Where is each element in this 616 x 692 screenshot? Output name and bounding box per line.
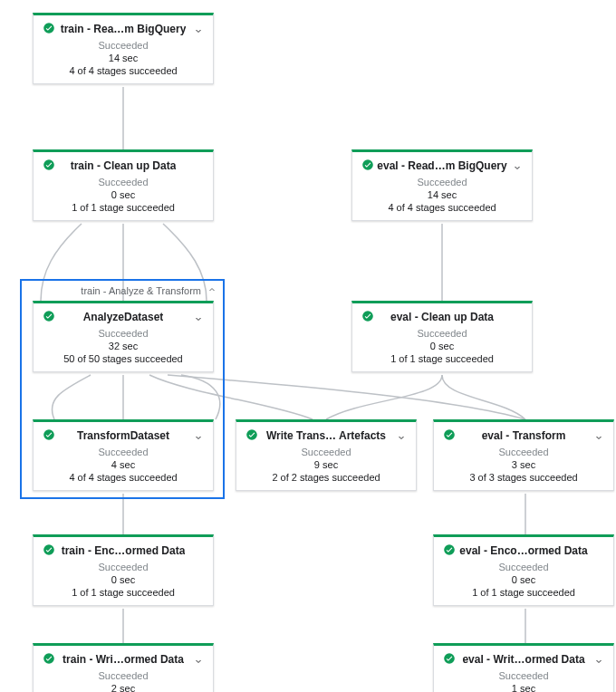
node-status: Succeeded (43, 177, 204, 187)
chevron-down-icon[interactable] (193, 430, 204, 447)
node-eval-clean-up-data[interactable]: eval - Clean up Data Succeeded 0 sec 1 o… (351, 301, 533, 372)
node-duration: 32 sec (43, 341, 204, 351)
svg-point-5 (43, 429, 54, 440)
node-duration: 9 sec (245, 459, 407, 470)
svg-point-10 (43, 653, 54, 664)
node-stages: 3 of 3 stages succeeded (443, 472, 604, 483)
node-title: Write Trans… Artefacts (266, 429, 386, 442)
node-stages: 1 of 1 stage succeeded (43, 202, 204, 213)
node-transform-dataset[interactable]: TransformDataset Succeeded 4 sec 4 of 4 … (33, 419, 214, 491)
svg-point-1 (43, 159, 54, 170)
check-icon (43, 428, 55, 445)
node-status: Succeeded (43, 40, 204, 51)
svg-point-6 (246, 429, 257, 440)
node-train-read-bigquery[interactable]: train - Rea…m BigQuery Succeeded 14 sec … (33, 13, 214, 84)
node-title: train - Rea…m BigQuery (61, 23, 187, 35)
node-analyze-dataset[interactable]: AnalyzeDataset Succeeded 32 sec 50 of 50… (33, 301, 214, 372)
check-icon (361, 310, 374, 326)
node-duration: 14 sec (43, 53, 204, 63)
node-status: Succeeded (43, 562, 204, 572)
node-stages: 1 of 1 stage succeeded (43, 587, 204, 598)
check-icon (43, 652, 55, 668)
chevron-down-icon[interactable] (512, 160, 523, 177)
node-status: Succeeded (43, 328, 204, 339)
node-eval-read-bigquery[interactable]: eval - Read…m BigQuery Succeeded 14 sec … (351, 149, 533, 221)
svg-point-9 (444, 544, 455, 555)
node-train-encoded-data[interactable]: train - Enc…ormed Data Succeeded 0 sec 1… (33, 534, 214, 606)
chevron-down-icon[interactable] (593, 654, 604, 670)
chevron-down-icon[interactable] (193, 654, 204, 670)
node-title: train - Clean up Data (71, 159, 177, 172)
node-title: TransformDataset (77, 429, 169, 442)
check-icon (443, 543, 456, 560)
svg-point-4 (362, 311, 373, 322)
node-train-clean-up-data[interactable]: train - Clean up Data Succeeded 0 sec 1 … (33, 149, 214, 221)
node-stages: 50 of 50 stages succeeded (43, 353, 204, 364)
node-write-trans-artefacts[interactable]: Write Trans… Artefacts Succeeded 9 sec 2… (236, 419, 417, 491)
check-icon (361, 159, 374, 175)
node-status: Succeeded (43, 670, 204, 681)
node-status: Succeeded (245, 447, 407, 457)
node-duration: 0 sec (443, 574, 604, 585)
node-title: train - Enc…ormed Data (62, 544, 186, 557)
group-label: train - Analyze & Transform (27, 285, 201, 296)
node-title: eval - Enco…ormed Data (459, 544, 587, 557)
svg-point-0 (43, 23, 54, 34)
check-icon (43, 22, 55, 38)
node-duration: 0 sec (361, 341, 523, 351)
node-duration: 3 sec (443, 459, 604, 470)
chevron-down-icon[interactable] (193, 312, 204, 328)
node-title: eval - Read…m BigQuery (377, 159, 506, 172)
check-icon (43, 543, 55, 560)
svg-point-11 (444, 653, 455, 664)
node-duration: 4 sec (43, 459, 204, 470)
chevron-down-icon[interactable] (193, 24, 204, 40)
node-status: Succeeded (443, 670, 604, 681)
node-status: Succeeded (361, 177, 523, 187)
node-eval-write-data[interactable]: eval - Writ…ormed Data Succeeded 1 sec 5… (433, 643, 614, 692)
node-stages: 2 of 2 stages succeeded (245, 472, 407, 483)
node-stages: 1 of 1 stage succeeded (443, 587, 604, 598)
node-status: Succeeded (443, 562, 604, 572)
node-duration: 0 sec (43, 574, 204, 585)
check-icon (43, 159, 55, 175)
check-icon (443, 428, 456, 445)
node-train-write-data[interactable]: train - Wri…ormed Data Succeeded 2 sec 5… (33, 643, 214, 692)
check-icon (443, 652, 456, 668)
svg-point-7 (444, 429, 455, 440)
node-title: eval - Transform (482, 429, 566, 442)
node-duration: 14 sec (361, 189, 523, 200)
svg-point-3 (43, 311, 54, 322)
check-icon (43, 310, 55, 326)
node-eval-transform[interactable]: eval - Transform Succeeded 3 sec 3 of 3 … (433, 419, 614, 491)
node-duration: 2 sec (43, 683, 204, 692)
node-stages: 4 of 4 stages succeeded (43, 472, 204, 483)
chevron-down-icon[interactable] (396, 430, 407, 447)
node-title: eval - Writ…ormed Data (462, 653, 584, 666)
node-stages: 4 of 4 stages succeeded (43, 65, 204, 76)
node-duration: 1 sec (443, 683, 604, 692)
check-icon (245, 428, 258, 445)
node-stages: 1 of 1 stage succeeded (361, 353, 523, 364)
chevron-up-icon[interactable] (207, 284, 217, 297)
node-status: Succeeded (43, 447, 204, 457)
svg-point-8 (43, 544, 54, 555)
node-stages: 4 of 4 stages succeeded (361, 202, 523, 213)
node-status: Succeeded (443, 447, 604, 457)
node-status: Succeeded (361, 328, 523, 339)
svg-point-2 (362, 159, 373, 170)
chevron-down-icon[interactable] (593, 430, 604, 447)
node-duration: 0 sec (43, 189, 204, 200)
node-title: AnalyzeDataset (83, 311, 164, 323)
node-title: eval - Clean up Data (390, 311, 494, 323)
node-title: train - Wri…ormed Data (63, 653, 184, 666)
node-eval-encoded-data[interactable]: eval - Enco…ormed Data Succeeded 0 sec 1… (433, 534, 614, 606)
